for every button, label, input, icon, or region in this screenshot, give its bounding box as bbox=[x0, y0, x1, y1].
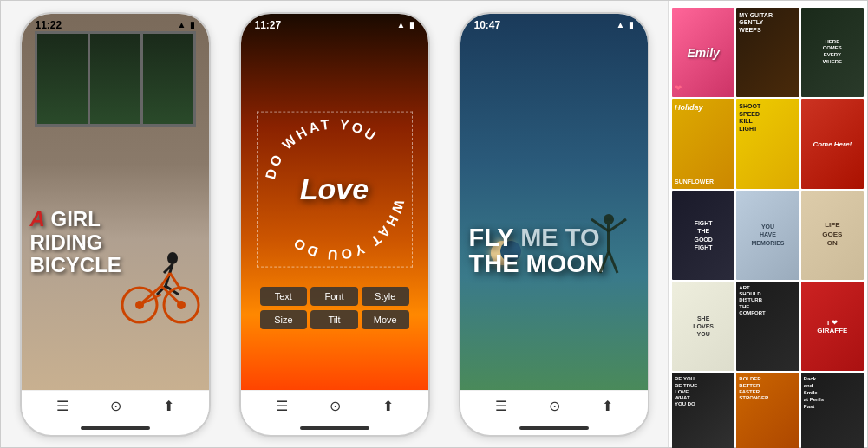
share-icon-1[interactable]: ⬆ bbox=[163, 398, 174, 414]
battery-icon-3: ▮ bbox=[629, 20, 634, 29]
grid-item-12[interactable]: I ❤GIRAFFE bbox=[801, 282, 864, 371]
tool-row-2: Size Tilt Move bbox=[260, 310, 409, 329]
tool-row-1: Text Font Style bbox=[260, 287, 409, 306]
toolbar-1: ☰ ⊙ ⬆ bbox=[22, 390, 209, 426]
grid-item-7[interactable]: FIGHTTHEGOODFIGHT bbox=[672, 191, 734, 280]
silhouette-svg bbox=[587, 212, 630, 290]
line2: RIDING bbox=[30, 231, 121, 254]
grid-area: Emily ❤ MY GUITARGENTLYWEEPS HERECOMESEV… bbox=[668, 1, 867, 447]
love-word: Love bbox=[300, 172, 369, 206]
svg-point-0 bbox=[167, 252, 178, 264]
font-btn[interactable]: Font bbox=[310, 287, 358, 306]
window-pane-right bbox=[143, 34, 193, 124]
a-letter: A bbox=[30, 207, 45, 230]
status-icons-2: ▲ ▮ bbox=[397, 20, 414, 29]
bicycle-text: A GIRL RIDING BICYCLE bbox=[30, 208, 121, 276]
style-grid: Emily ❤ MY GUITARGENTLYWEEPS HERECOMESEV… bbox=[672, 8, 864, 448]
share-icon-3[interactable]: ⬆ bbox=[602, 398, 613, 414]
svg-line-20 bbox=[600, 251, 609, 273]
grid-text-10: SHELOVESYOU bbox=[693, 315, 714, 338]
line3: BICYCLE bbox=[30, 254, 121, 276]
toolbar-2: ☰ ⊙ ⬆ bbox=[241, 390, 428, 426]
size-btn[interactable]: Size bbox=[260, 310, 308, 329]
grid-text-7: FIGHTTHEGOODFIGHT bbox=[694, 219, 712, 250]
grid-text-4b: SUNFLOWER bbox=[675, 179, 714, 185]
battery-icon-1: ▮ bbox=[190, 20, 195, 29]
grid-text-15: BackandSmileat PerilsPast bbox=[804, 376, 824, 410]
status-bar-1: 11:22 ▲ ▮ bbox=[22, 14, 209, 35]
circular-text-container: DO WHAT YOU WHAT YOU DO Love bbox=[257, 111, 413, 267]
grid-item-5[interactable]: SHOOTSPEEDKILLLIGHT bbox=[736, 99, 799, 188]
grid-item-15[interactable]: BackandSmileat PerilsPast bbox=[801, 373, 864, 448]
grid-text-12: I ❤GIRAFFE bbox=[817, 319, 847, 334]
home-indicator-3 bbox=[519, 426, 589, 430]
grid-text-14: BOLDERBETTERFASTERSTRONGER bbox=[739, 376, 768, 401]
window bbox=[35, 31, 196, 127]
time-3: 10:47 bbox=[474, 19, 501, 31]
love-bg: DO WHAT YOU WHAT YOU DO Love Text bbox=[241, 14, 428, 390]
phone-2: 11:27 ▲ ▮ bbox=[239, 12, 430, 437]
grid-item-1[interactable]: Emily ❤ bbox=[672, 8, 734, 97]
share-icon-2[interactable]: ⬆ bbox=[382, 398, 394, 414]
toolbar-3: ☰ ⊙ ⬆ bbox=[460, 390, 648, 426]
grid-text-11: ARTSHOULDDISTURBTHECOMFORT bbox=[739, 285, 765, 316]
wifi-icon-3: ▲ bbox=[617, 20, 625, 29]
menu-icon-2[interactable]: ☰ bbox=[276, 398, 288, 414]
grid-text-3: HERECOMESEVERYWHERE bbox=[823, 39, 842, 66]
phone-3: 10:47 ▲ ▮ FLY ME TO THE MOON bbox=[459, 12, 649, 437]
grid-item-10[interactable]: SHELOVESYOU bbox=[672, 282, 734, 371]
grid-item-6[interactable]: Come Here! bbox=[801, 99, 864, 188]
menu-icon-1[interactable]: ☰ bbox=[56, 398, 69, 414]
status-icons-1: ▲ ▮ bbox=[178, 20, 195, 29]
screen-moon: FLY ME TO THE MOON bbox=[460, 14, 648, 390]
moon-bg: FLY ME TO THE MOON bbox=[460, 14, 648, 390]
window-pane-left bbox=[37, 34, 90, 124]
grid-item-3[interactable]: HERECOMESEVERYWHERE bbox=[801, 8, 864, 97]
menu-icon-3[interactable]: ☰ bbox=[495, 398, 507, 414]
camera-icon-2[interactable]: ⊙ bbox=[330, 398, 341, 414]
home-indicator-1 bbox=[81, 426, 150, 430]
phone-1: 11:22 ▲ ▮ A GIRL RIDING bbox=[20, 12, 211, 437]
grid-text-6: Come Here! bbox=[813, 140, 852, 148]
grid-item-8[interactable]: YOUHAVEMEMORIES bbox=[736, 191, 799, 280]
phones-area: 11:22 ▲ ▮ A GIRL RIDING bbox=[1, 1, 668, 447]
grid-text-2: MY GUITARGENTLYWEEPS bbox=[739, 12, 773, 34]
screen-bicycle: A GIRL RIDING BICYCLE bbox=[22, 14, 209, 390]
svg-point-16 bbox=[604, 214, 614, 224]
style-btn[interactable]: Style bbox=[362, 287, 409, 306]
grid-item-13[interactable]: BE YOUBE TRUELOVEWHATYOU DO ❤ bbox=[672, 373, 734, 448]
heart-1: ❤ bbox=[675, 83, 682, 93]
camera-icon-3[interactable]: ⊙ bbox=[549, 398, 560, 414]
grid-text-13: BE YOUBE TRUELOVEWHATYOU DO bbox=[675, 376, 697, 407]
grid-item-4[interactable]: Holiday SUNFLOWER bbox=[672, 99, 734, 188]
battery-icon-2: ▮ bbox=[409, 20, 414, 29]
tool-buttons: Text Font Style Size Tilt Move bbox=[241, 287, 428, 329]
grid-item-9[interactable]: LIFEGOESON bbox=[801, 191, 864, 280]
wifi-icon-2: ▲ bbox=[397, 20, 406, 29]
screen-love: DO WHAT YOU WHAT YOU DO Love Text bbox=[241, 14, 428, 390]
camera-icon-1[interactable]: ⊙ bbox=[110, 398, 121, 414]
move-btn[interactable]: Move bbox=[362, 310, 409, 329]
grid-text-5: SHOOTSPEEDKILLLIGHT bbox=[739, 103, 760, 133]
bicycle-svg bbox=[114, 243, 205, 325]
status-bar-3: 10:47 ▲ ▮ bbox=[460, 14, 648, 35]
tilt-btn[interactable]: Tilt bbox=[310, 310, 358, 329]
text-btn[interactable]: Text bbox=[260, 287, 308, 306]
status-icons-3: ▲ ▮ bbox=[617, 20, 634, 29]
grid-item-14[interactable]: BOLDERBETTERFASTERSTRONGER bbox=[736, 373, 799, 448]
app-container: 11:22 ▲ ▮ A GIRL RIDING bbox=[0, 0, 868, 448]
grid-text-4a: Holiday bbox=[675, 103, 703, 112]
wifi-icon-1: ▲ bbox=[178, 20, 186, 29]
grid-text-1: Emily bbox=[687, 46, 719, 60]
grid-text-8: YOUHAVEMEMORIES bbox=[751, 224, 784, 247]
grid-item-2[interactable]: MY GUITARGENTLYWEEPS bbox=[736, 8, 799, 97]
window-pane-mid bbox=[90, 34, 143, 124]
time-2: 11:27 bbox=[255, 19, 282, 31]
svg-line-21 bbox=[609, 251, 617, 273]
home-indicator-2 bbox=[300, 426, 369, 430]
status-bar-2: 11:27 ▲ ▮ bbox=[241, 14, 428, 35]
grid-item-11[interactable]: ARTSHOULDDISTURBTHECOMFORT bbox=[736, 282, 799, 371]
time-1: 11:22 bbox=[36, 19, 62, 31]
grid-text-9: LIFEGOESON bbox=[822, 222, 842, 249]
